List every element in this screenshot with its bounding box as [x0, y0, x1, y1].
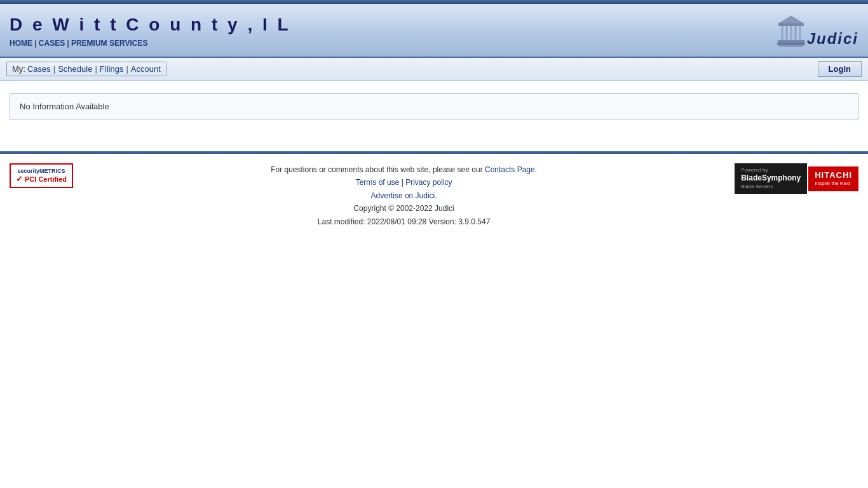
my-sep-1: |	[53, 64, 55, 74]
last-modified-line: Last modified: 2022/08/01 09:28 Version:…	[73, 215, 735, 228]
premium-link[interactable]: PREMIUM SERVICES	[71, 39, 147, 48]
blade-symphony-badge: Powered by BladeSymphony Blade Servers	[735, 163, 807, 194]
header-left: D e W i t t C o u n t y , I L HOME | CAS…	[10, 15, 291, 48]
footer-questions: For questions or comments about this web…	[73, 163, 735, 176]
header-nav: HOME | CASES | PREMIUM SERVICES	[10, 39, 291, 48]
svg-marker-0	[778, 16, 804, 24]
cases-link[interactable]: CASES	[39, 39, 65, 48]
svg-rect-1	[778, 24, 804, 26]
my-account-link[interactable]: Account	[131, 64, 161, 74]
copyright-line: Copyright © 2002-2022 Judici	[73, 202, 735, 215]
svg-rect-2	[781, 26, 783, 40]
hitachi-sub: Inspire the Next	[815, 180, 852, 187]
security-metrics-text: securityMETRICS	[16, 168, 67, 174]
footer-left: securityMETRICS ✓ PCI Certified	[10, 163, 73, 188]
no-info-box: No Information Available	[10, 93, 858, 119]
footer: securityMETRICS ✓ PCI Certified For ques…	[0, 154, 868, 238]
my-cases-link[interactable]: Cases	[27, 64, 51, 74]
courthouse-icon	[777, 15, 806, 48]
judici-logo: Judici	[777, 15, 858, 48]
my-bar-inner: My: Cases | Schedule | Filings | Account	[6, 62, 166, 76]
site-title: D e W i t t C o u n t y , I L	[10, 15, 291, 35]
judici-logo-container: Judici	[777, 15, 858, 48]
my-filings-link[interactable]: Filings	[100, 64, 124, 74]
no-info-text: No Information Available	[20, 102, 109, 111]
svg-rect-6	[799, 26, 801, 40]
powered-by-text: Powered by	[741, 167, 801, 173]
check-icon: ✓	[16, 174, 23, 184]
my-sep-2: |	[95, 64, 97, 74]
svg-rect-5	[794, 26, 797, 40]
footer-center: For questions or comments about this web…	[73, 163, 735, 228]
pci-badge: securityMETRICS ✓ PCI Certified	[10, 163, 73, 188]
svg-rect-4	[790, 26, 792, 40]
my-schedule-link[interactable]: Schedule	[58, 64, 92, 74]
hitachi-name: HITACHI	[815, 170, 852, 181]
pci-certified-text: ✓ PCI Certified	[16, 174, 67, 184]
my-sep-3: |	[126, 64, 128, 74]
hitachi-badge: HITACHI Inspire the Next	[808, 166, 858, 191]
blade-sub-text: Blade Servers	[741, 184, 801, 190]
home-link[interactable]: HOME	[10, 39, 32, 48]
contacts-page-link[interactable]: Contacts Page	[485, 165, 535, 174]
svg-rect-7	[778, 40, 804, 43]
advertise-line: Advertise on Judici.	[73, 189, 735, 202]
advertise-link[interactable]: Advertise on Judici.	[371, 191, 437, 200]
privacy-link[interactable]: Privacy policy	[405, 178, 452, 187]
svg-rect-3	[785, 26, 788, 40]
login-button[interactable]: Login	[818, 61, 862, 77]
page-header: D e W i t t C o u n t y , I L HOME | CAS…	[0, 4, 868, 58]
footer-links: Terms of use | Privacy policy	[73, 176, 735, 189]
svg-rect-8	[777, 43, 805, 45]
terms-link[interactable]: Terms of use	[356, 178, 400, 187]
my-label: My:	[12, 64, 25, 74]
judici-brand-text: Judici	[807, 30, 858, 48]
blade-symphony-text: BladeSymphony	[741, 173, 801, 184]
my-bar: My: Cases | Schedule | Filings | Account…	[0, 58, 868, 81]
main-content: No Information Available	[0, 81, 868, 132]
footer-right: Powered by BladeSymphony Blade Servers H…	[735, 163, 858, 194]
my-links: Cases | Schedule | Filings | Account	[27, 64, 161, 74]
svg-rect-9	[779, 45, 803, 47]
